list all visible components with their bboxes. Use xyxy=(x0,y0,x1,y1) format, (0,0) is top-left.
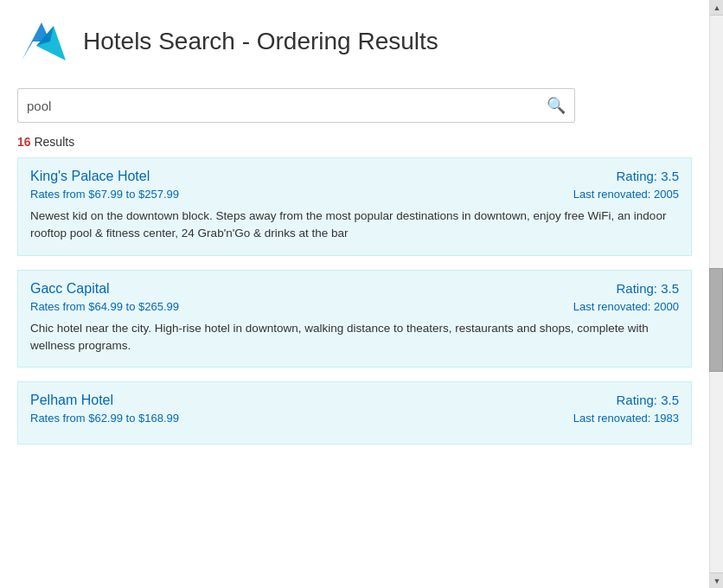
results-count: 16 Results xyxy=(0,128,709,157)
hotel-description: Newest kid on the downtown block. Steps … xyxy=(30,208,679,243)
results-number: 16 xyxy=(17,135,31,149)
search-section: 🔍 xyxy=(0,80,709,128)
hotel-subrow: Rates from $62.99 to $168.99 Last renova… xyxy=(30,412,679,425)
search-input[interactable] xyxy=(27,99,541,113)
content-area: Hotels Search - Ordering Results 🔍 16 Re… xyxy=(0,0,709,444)
hotel-rates: Rates from $64.99 to $265.99 xyxy=(30,300,179,313)
search-icon[interactable]: 🔍 xyxy=(547,96,566,115)
hotel-rates: Rates from $62.99 to $168.99 xyxy=(30,412,179,425)
hotel-card: Pelham Hotel Rating: 3.5 Rates from $62.… xyxy=(17,381,692,444)
hotel-subrow: Rates from $67.99 to $257.99 Last renova… xyxy=(30,188,679,201)
scrollbar-thumb[interactable] xyxy=(709,268,723,372)
search-bar: 🔍 xyxy=(17,88,575,123)
hotel-renovated: Last renovated: 2000 xyxy=(573,300,679,313)
hotel-header: Gacc Capital Rating: 3.5 xyxy=(30,281,679,297)
hotel-renovated: Last renovated: 2005 xyxy=(573,188,679,201)
hotel-name[interactable]: King's Palace Hotel xyxy=(30,169,150,184)
logo xyxy=(17,16,69,67)
hotel-card: King's Palace Hotel Rating: 3.5 Rates fr… xyxy=(17,157,692,256)
hotel-name[interactable]: Gacc Capital xyxy=(30,281,110,297)
hotel-card: Gacc Capital Rating: 3.5 Rates from $64.… xyxy=(17,270,692,368)
hotel-description: Chic hotel near the city. High-rise hote… xyxy=(30,320,679,355)
hotel-header: Pelham Hotel Rating: 3.5 xyxy=(30,393,679,408)
scrollbar-down-button[interactable]: ▼ xyxy=(710,572,723,588)
hotel-renovated: Last renovated: 1983 xyxy=(573,412,679,425)
hotel-rates: Rates from $67.99 to $257.99 xyxy=(30,188,179,201)
page-container: Hotels Search - Ordering Results 🔍 16 Re… xyxy=(0,0,723,588)
hotel-header: King's Palace Hotel Rating: 3.5 xyxy=(30,169,679,184)
hotel-rating: Rating: 3.5 xyxy=(616,393,679,407)
page-title: Hotels Search - Ordering Results xyxy=(83,28,438,55)
hotel-subrow: Rates from $64.99 to $265.99 Last renova… xyxy=(30,300,679,313)
scrollbar-up-button[interactable]: ▲ xyxy=(710,0,723,16)
hotel-rating: Rating: 3.5 xyxy=(616,281,679,296)
scrollbar-track: ▲ ▼ xyxy=(709,0,723,588)
hotels-list: King's Palace Hotel Rating: 3.5 Rates fr… xyxy=(0,157,709,444)
hotel-rating: Rating: 3.5 xyxy=(616,169,679,183)
hotel-name[interactable]: Pelham Hotel xyxy=(30,393,113,408)
header: Hotels Search - Ordering Results xyxy=(0,0,709,80)
